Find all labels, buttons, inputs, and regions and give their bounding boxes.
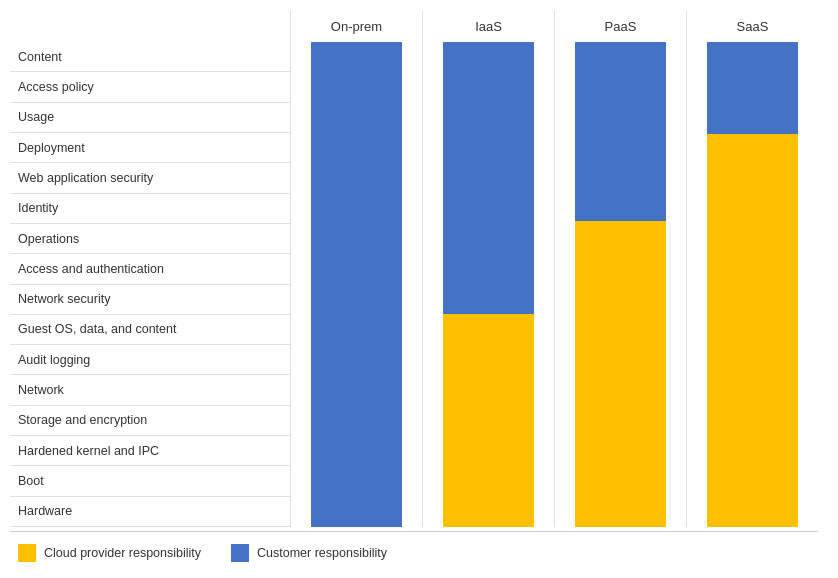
y-label-1: Access policy (10, 72, 290, 102)
y-axis-header (10, 10, 290, 42)
y-label-6: Operations (10, 224, 290, 254)
y-label-12: Storage and encryption (10, 406, 290, 436)
bar-column-3: SaaS (686, 10, 818, 527)
bar-track-3 (707, 42, 799, 527)
y-label-9: Guest OS, data, and content (10, 315, 290, 345)
legend-label-1: Customer responsibility (257, 546, 387, 560)
bar-track-1 (443, 42, 535, 527)
seg-orange-3 (707, 134, 799, 527)
y-label-3: Deployment (10, 133, 290, 163)
y-label-4: Web application security (10, 163, 290, 193)
bars-area: On-premIaaSPaaSSaaS (290, 10, 818, 527)
y-axis: ContentAccess policyUsageDeploymentWeb a… (10, 10, 290, 527)
y-label-15: Hardware (10, 497, 290, 527)
bar-header-3: SaaS (737, 10, 769, 42)
legend-label-0: Cloud provider responsibility (44, 546, 201, 560)
seg-orange-1 (443, 314, 535, 527)
bar-column-1: IaaS (422, 10, 554, 527)
legend-color-blue (231, 544, 249, 562)
y-label-13: Hardened kernel and IPC (10, 436, 290, 466)
seg-blue-2 (575, 42, 667, 221)
y-axis-labels: ContentAccess policyUsageDeploymentWeb a… (10, 42, 290, 527)
bar-header-0: On-prem (331, 10, 382, 42)
seg-blue-0 (311, 42, 403, 527)
y-label-2: Usage (10, 103, 290, 133)
legend-item-1: Customer responsibility (231, 544, 387, 562)
chart-container: ContentAccess policyUsageDeploymentWeb a… (0, 0, 838, 578)
legend-item-0: Cloud provider responsibility (18, 544, 201, 562)
legend-color-orange (18, 544, 36, 562)
bar-header-2: PaaS (605, 10, 637, 42)
y-label-8: Network security (10, 285, 290, 315)
y-label-14: Boot (10, 466, 290, 496)
bar-track-0 (311, 42, 403, 527)
y-label-7: Access and authentication (10, 254, 290, 284)
y-label-10: Audit logging (10, 345, 290, 375)
bar-header-1: IaaS (475, 10, 502, 42)
chart-area: ContentAccess policyUsageDeploymentWeb a… (10, 10, 818, 527)
bar-track-2 (575, 42, 667, 527)
y-label-11: Network (10, 375, 290, 405)
seg-blue-1 (443, 42, 535, 314)
y-label-5: Identity (10, 194, 290, 224)
seg-blue-3 (707, 42, 799, 134)
bar-column-0: On-prem (290, 10, 422, 527)
seg-orange-2 (575, 221, 667, 527)
bar-column-2: PaaS (554, 10, 686, 527)
y-label-0: Content (10, 42, 290, 72)
legend: Cloud provider responsibilityCustomer re… (10, 531, 818, 568)
